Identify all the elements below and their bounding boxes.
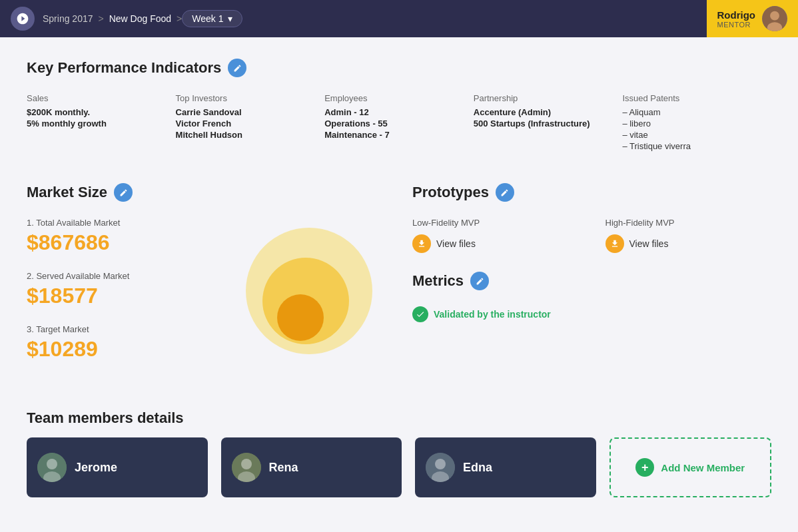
tam-label: 1. Total Available Market [27, 218, 219, 228]
kpi-sales: Sales $200K monthly. 5% monthly growth [27, 93, 176, 151]
team-member-avatar [37, 453, 67, 482]
investor-name: Victor French [176, 119, 312, 129]
metrics-validated: Validated by the instructor [412, 306, 771, 322]
patent-item: – Aliquam [622, 107, 758, 117]
kpi-partnership-values: Accenture (Admin)500 Startups (Infrastru… [474, 107, 609, 129]
partnership-item: Accenture (Admin) [474, 107, 609, 117]
patent-item: – libero [622, 119, 758, 129]
prototypes-section-header: Prototypes [412, 183, 771, 202]
mentor-role: MENTOR [717, 21, 756, 29]
svg-point-10 [241, 459, 252, 469]
market-content: 1. Total Available Market $867686 2. Ser… [27, 218, 386, 378]
sam-label: 2. Served Available Market [27, 271, 219, 281]
chevron-down-icon: ▾ [228, 13, 232, 24]
svg-point-5 [277, 294, 324, 341]
week-selector-button[interactable]: Week 1 ▾ [182, 10, 242, 27]
high-fidelity-label: High-Fidelity MVP [605, 218, 772, 228]
partnership-item: 500 Startups (Infrastructure) [474, 119, 609, 129]
kpi-section-header: Key Performance Indicators [27, 59, 771, 77]
kpi-sales-label: Sales [27, 93, 163, 103]
employee-item: Maintenance - 7 [324, 130, 460, 140]
team-member-name: Rena [269, 461, 298, 475]
proto-grid: Low-Fidelity MVP View files High-Fidelit… [412, 218, 771, 253]
venn-diagram [239, 224, 386, 371]
breadcrumb-parent[interactable]: Spring 2017 [43, 13, 93, 24]
tm-item: 3. Target Market $10289 [27, 324, 219, 362]
metrics-validated-text: Validated by the instructor [434, 309, 551, 320]
kpi-sales-line1: $200K monthly. [27, 107, 163, 117]
market-edit-button[interactable] [114, 183, 133, 202]
low-fidelity-label: Low-Fidelity MVP [412, 218, 579, 228]
kpi-sales-line2: 5% monthly growth [27, 119, 163, 129]
high-fidelity-view-text: View files [629, 238, 669, 249]
kpi-patents-values: – Aliquam– libero– vitae– Tristique vive… [622, 107, 758, 151]
kpi-sales-values: $200K monthly. 5% monthly growth [27, 107, 163, 129]
mentor-info: Rodrigo MENTOR [717, 9, 756, 29]
team-member-card[interactable]: Jerome [27, 437, 208, 497]
patent-item: – vitae [622, 130, 758, 140]
low-fidelity-download-icon [412, 234, 431, 253]
mid-section: Market Size 1. Total Available Market $8… [27, 183, 771, 378]
add-member-button[interactable]: + Add New Member [609, 437, 772, 497]
high-fidelity-col: High-Fidelity MVP View files [605, 218, 772, 253]
add-icon: + [635, 458, 654, 477]
tam-value: $867686 [27, 230, 219, 255]
kpi-edit-button[interactable] [228, 59, 246, 77]
breadcrumb-current[interactable]: New Dog Food [109, 13, 171, 24]
kpi-partnership: Partnership Accenture (Admin)500 Startup… [474, 93, 623, 151]
tam-item: 1. Total Available Market $867686 [27, 218, 219, 255]
market-numbers: 1. Total Available Market $867686 2. Ser… [27, 218, 219, 378]
market-section-header: Market Size [27, 183, 386, 202]
team-member-card[interactable]: Edna [415, 437, 596, 497]
sam-item: 2. Served Available Market $18577 [27, 271, 219, 308]
navbar: Spring 2017 > New Dog Food > Week 1 ▾ Ro… [0, 0, 798, 37]
mentor-avatar [762, 6, 787, 31]
investor-name: Mitchell Hudson [176, 130, 312, 140]
market-title: Market Size [27, 184, 107, 201]
team-member-name: Jerome [75, 461, 117, 475]
team-member-card[interactable]: Rena [221, 437, 402, 497]
kpi-grid: Sales $200K monthly. 5% monthly growth T… [27, 93, 771, 151]
patent-item: – Tristique viverra [622, 141, 758, 151]
kpi-employees: Employees Admin - 12Operations - 55Maint… [324, 93, 474, 151]
svg-point-7 [47, 459, 57, 469]
investor-name: Carrie Sandoval [176, 107, 312, 117]
low-fidelity-view-text: View files [436, 238, 476, 249]
breadcrumb: Spring 2017 > New Dog Food > [43, 13, 182, 24]
employee-item: Admin - 12 [324, 107, 460, 117]
breadcrumb-sep1: > [99, 13, 104, 24]
metrics-section: Metrics Validated by the instructor [412, 272, 771, 322]
week-label: Week 1 [192, 13, 223, 24]
team-section: Team members details Jerome Rena [27, 409, 771, 497]
kpi-investors-label: Top Investors [176, 93, 312, 103]
kpi-title: Key Performance Indicators [27, 59, 221, 77]
kpi-patents-label: Issued Patents [622, 93, 758, 103]
metrics-edit-button[interactable] [470, 272, 489, 290]
employee-item: Operations - 55 [324, 119, 460, 129]
kpi-patents: Issued Patents – Aliquam– libero– vitae–… [622, 93, 771, 151]
metrics-section-header: Metrics [412, 272, 771, 290]
kpi-partnership-label: Partnership [474, 93, 609, 103]
mentor-badge: Rodrigo MENTOR [707, 0, 799, 37]
tm-value: $10289 [27, 337, 219, 362]
team-grid: Jerome Rena Edna + Add New Member [27, 437, 771, 497]
high-fidelity-view-btn[interactable]: View files [605, 234, 772, 253]
add-member-text: Add New Member [661, 462, 745, 473]
metrics-title: Metrics [412, 272, 464, 290]
kpi-employees-values: Admin - 12Operations - 55Maintenance - 7 [324, 107, 460, 140]
prototypes-metrics-section: Prototypes Low-Fidelity MVP [412, 183, 771, 378]
prototypes-title: Prototypes [412, 184, 489, 201]
team-member-name: Edna [463, 461, 492, 475]
mentor-name: Rodrigo [717, 9, 756, 21]
prototypes-edit-button[interactable] [496, 183, 514, 202]
svg-point-1 [770, 11, 779, 21]
team-member-avatar [232, 453, 261, 482]
kpi-investors-values: Carrie SandovalVictor FrenchMitchell Hud… [176, 107, 312, 140]
main-content: Key Performance Indicators Sales $200K m… [0, 37, 798, 519]
low-fidelity-view-btn[interactable]: View files [412, 234, 579, 253]
svg-point-13 [435, 459, 446, 469]
low-fidelity-col: Low-Fidelity MVP View files [412, 218, 579, 253]
check-icon [412, 306, 428, 322]
high-fidelity-download-icon [605, 234, 624, 253]
sam-value: $18577 [27, 284, 219, 308]
